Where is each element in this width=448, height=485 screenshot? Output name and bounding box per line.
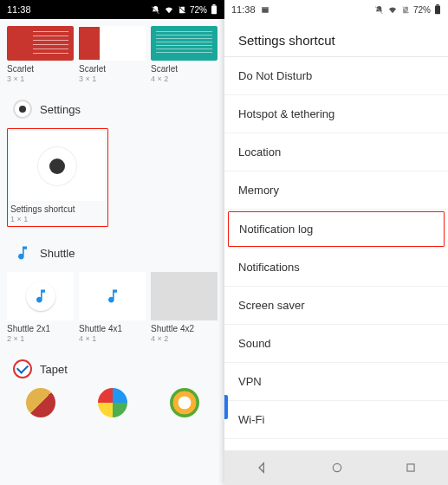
widget-size: 4 × 1 [79,334,146,343]
status-bar-right: 11:38 72% [224,0,448,19]
widget-label: Settings shortcut [10,204,105,215]
widget-label: Scarlet [7,64,74,74]
scroll-indicator [224,395,228,419]
list-item-vpn[interactable]: VPN [224,363,448,401]
settings-shortcut-pane: 11:38 72% Settings shortcut Do Not Distu… [224,0,448,485]
shuttle-row: Shuttle 2x1 2 × 1 Shuttle 4x1 4 × 1 Shut… [7,272,218,343]
shuttle-preview [7,272,74,320]
page-title: Settings shortcut [224,19,448,56]
tapet-row [7,388,218,421]
widget-size: 2 × 1 [7,334,74,343]
widget-item[interactable]: Scarlet 4 × 2 [151,26,218,83]
no-sim-icon [178,5,186,15]
widget-size: 4 × 2 [151,334,218,343]
svg-rect-8 [407,464,414,471]
gear-icon [38,147,76,185]
settings-widget-preview [10,132,105,201]
widget-item[interactable] [79,388,146,421]
music-note-icon [104,288,121,305]
shuttle-preview [151,272,218,320]
widget-item[interactable]: Shuttle 2x1 2 × 1 [7,272,74,343]
list-item-sound[interactable]: Sound [224,325,448,363]
scarlet-preview-icon [151,26,218,61]
widget-size: 1 × 1 [10,215,105,223]
widget-item[interactable]: Shuttle 4x2 4 × 2 [151,272,218,343]
list-item-notification-log[interactable]: Notification log [228,211,445,247]
wifi-icon [387,5,398,15]
shortcut-list[interactable]: Do Not Disturb Hotspot & tethering Locat… [224,57,448,439]
status-icons-right: 72% [374,4,441,15]
list-item-do-not-disturb[interactable]: Do Not Disturb [224,57,448,95]
section-title: Shuttle [40,247,75,260]
section-header-shuttle: Shuttle [7,236,218,272]
section-title: Settings [40,103,81,116]
widget-item[interactable] [7,388,74,421]
widget-picker-pane: 11:38 72% Scarlet 3 × 1 Scarlet 3 × 1 [0,0,224,485]
scarlet-preview-icon [7,26,74,61]
settings-shortcut-widget[interactable]: Settings shortcut 1 × 1 [7,128,108,227]
widget-label: Shuttle 2x1 [7,324,74,334]
widget-label: Shuttle 4x1 [79,324,146,334]
no-sim-icon [401,5,410,15]
list-item-notifications[interactable]: Notifications [224,249,448,287]
tapet-app-icon [12,359,33,379]
widget-item[interactable] [151,388,218,421]
bell-off-icon [151,5,160,15]
widget-label: Scarlet [151,64,218,74]
list-item-location[interactable]: Location [224,133,448,171]
music-note-icon [32,288,49,305]
nav-recent-icon[interactable] [405,462,417,474]
shuttle-app-icon [12,242,33,263]
clock: 11:38 [231,4,269,15]
svg-point-7 [333,463,341,471]
battery-pct: 72% [413,5,431,15]
bell-off-icon [374,5,384,15]
widget-item[interactable]: Shuttle 4x1 4 × 1 [79,272,146,343]
section-header-settings: Settings [7,92,218,128]
nav-back-icon[interactable] [256,461,269,475]
battery-icon [434,4,441,15]
widget-grid[interactable]: Scarlet 3 × 1 Scarlet 3 × 1 Scarlet 4 × … [0,19,224,436]
section-title: Tapet [40,363,68,376]
widget-size: 4 × 2 [151,74,218,83]
svg-rect-5 [435,6,440,15]
widget-label: Scarlet [79,64,146,74]
shuttle-preview [79,272,146,320]
list-item-memory[interactable]: Memory [224,171,448,210]
list-item-screen-saver[interactable]: Screen saver [224,287,448,325]
widget-item[interactable]: Scarlet 3 × 1 [79,26,146,83]
tapet-preview-icon [98,388,127,417]
svg-rect-4 [262,7,269,9]
widget-size: 3 × 1 [79,74,146,83]
status-icons-left: 72% [151,4,218,15]
navigation-bar [224,450,448,485]
nav-home-icon[interactable] [331,462,343,474]
settings-app-icon [12,99,33,120]
clock: 11:38 [7,4,31,15]
calendar-icon [261,5,269,14]
list-item-hotspot-tethering[interactable]: Hotspot & tethering [224,95,448,133]
tapet-preview-icon [26,388,55,417]
wifi-icon [164,5,174,15]
scarlet-preview-icon [79,27,100,60]
svg-rect-1 [213,4,216,6]
widget-label: Shuttle 4x2 [151,324,218,334]
widget-item[interactable]: Scarlet 3 × 1 [7,26,74,83]
section-header-tapet: Tapet [7,352,218,388]
scarlet-row: Scarlet 3 × 1 Scarlet 3 × 1 Scarlet 4 × … [7,26,218,83]
tapet-preview-icon [170,388,199,417]
widget-size: 3 × 1 [7,74,74,83]
battery-icon [211,4,218,15]
battery-pct: 72% [190,5,207,15]
status-bar-left: 11:38 72% [0,0,224,19]
list-item-wifi[interactable]: Wi-Fi [224,401,448,439]
svg-rect-6 [437,4,439,6]
